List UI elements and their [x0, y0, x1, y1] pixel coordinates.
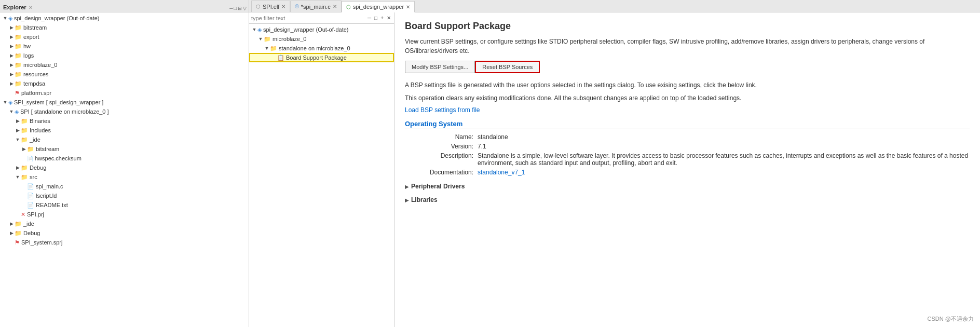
- tree-arrow-includes: ▶: [15, 128, 21, 133]
- peripheral-drivers-header[interactable]: ▶ Peripheral Drivers: [405, 181, 970, 192]
- tree-label-spi-system: SPI_system [ spi_design_wrapper ]: [14, 99, 103, 105]
- tree-item-binaries[interactable]: ▶ 📁 Binaries: [0, 116, 249, 126]
- tree-arrow-bitstream: ▶: [8, 25, 15, 30]
- tab-spi-elf-close[interactable]: ✕: [281, 4, 285, 9]
- tree-arrow-ide2: ▶: [8, 221, 15, 226]
- tree-label-readme: README.txt: [36, 202, 68, 208]
- reset-bsp-sources-button[interactable]: Reset BSP Sources: [475, 61, 540, 73]
- tree-item-ide[interactable]: ▼ 📁 _ide: [0, 135, 249, 144]
- os-documentation-label: Documentation:: [405, 169, 478, 176]
- main-layout: ▼ ◈ spi_design_wrapper (Out-of-date) ▶ 📁…: [0, 12, 980, 327]
- explorer-maximize-btn[interactable]: □: [234, 6, 237, 11]
- tree-item-spi-main-c[interactable]: ▶ 📄 spi_main.c: [0, 182, 249, 191]
- tree-item-debug[interactable]: ▶ 📁 Debug: [0, 163, 249, 172]
- bsp-buttons-container: Modify BSP Settings... Reset BSP Sources: [405, 61, 970, 73]
- tree-item-includes[interactable]: ▶ 📁 Includes: [0, 126, 249, 135]
- libraries-arrow: ▶: [405, 197, 409, 203]
- libraries-section: ▶ Libraries: [405, 195, 970, 205]
- explorer-tab-icon: ✕: [29, 5, 33, 12]
- tree-arrow-logs: ▶: [8, 53, 15, 58]
- tree-item-bitstream[interactable]: ▶ 📁 bitstream: [0, 23, 249, 32]
- tree-item-src[interactable]: ▼ 📁 src: [0, 172, 249, 182]
- bsp-tree-item-bsp[interactable]: ▶ 📋 Board Support Package: [249, 53, 394, 62]
- tree-item-spi-prj[interactable]: ▶ ✕ SPI.prj: [0, 210, 249, 219]
- tab-bsp[interactable]: ⬡ spi_design_wrapper ✕: [342, 1, 415, 12]
- bsp-project-icon: ◈: [257, 26, 262, 33]
- peripheral-drivers-section: ▶ Peripheral Drivers: [405, 181, 970, 192]
- tree-item-tempdsa[interactable]: ▶ 📁 tempdsa: [0, 79, 249, 88]
- tree-item-hw[interactable]: ▶ 📁 hw: [0, 42, 249, 51]
- tree-label-platform-spr: platform.spr: [21, 90, 51, 96]
- tree-item-microblaze[interactable]: ▶ 📁 microblaze_0: [0, 60, 249, 70]
- filter-maximize-btn[interactable]: □: [373, 15, 378, 21]
- os-documentation-link[interactable]: standalone_v7_1: [478, 169, 970, 176]
- filter-close-btn[interactable]: ✕: [386, 15, 392, 21]
- bsp-tree-arrow-microblaze: ▼: [257, 36, 264, 42]
- load-bsp-settings-link[interactable]: Load BSP settings from file: [405, 106, 480, 114]
- tab-spi-main-c[interactable]: © *spi_main.c ✕: [290, 1, 341, 12]
- tree-item-ide2[interactable]: ▶ 📁 _ide: [0, 219, 249, 228]
- folder-icon-ide-bitstream: 📁: [27, 146, 34, 153]
- tree-arrow-debug: ▶: [15, 165, 21, 170]
- bsp-info-text-1: A BSP settings file is generated with th…: [405, 80, 970, 90]
- file-icon-hwspec: 📄: [27, 156, 33, 161]
- tree-item-hwspec[interactable]: ▶ 📄 hwspec.checksum: [0, 154, 249, 163]
- tree-item-spi-design-wrapper[interactable]: ▼ ◈ spi_design_wrapper (Out-of-date): [0, 13, 249, 23]
- peripheral-drivers-arrow: ▶: [405, 184, 409, 189]
- tree-item-spi-system[interactable]: ▼ ◈ SPI_system [ spi_design_wrapper ]: [0, 98, 249, 107]
- tab-bsp-close[interactable]: ✕: [406, 4, 410, 10]
- filter-minimize-btn[interactable]: ─: [366, 15, 372, 21]
- tree-label-ide2: _ide: [23, 221, 34, 227]
- folder-icon-debug2: 📁: [15, 230, 22, 237]
- folder-icon-binaries: 📁: [21, 118, 28, 125]
- tab-spi-main-c-close[interactable]: ✕: [333, 4, 337, 9]
- tree-item-spi-system-sprj[interactable]: ▶ ⚑ SPI_system.sprj: [0, 238, 249, 247]
- bsp-tree-label-standalone: standalone on microblaze_0: [279, 45, 350, 51]
- modify-bsp-settings-button[interactable]: Modify BSP Settings...: [405, 61, 475, 73]
- os-name-value: standalone: [478, 133, 970, 141]
- os-description-value: Standalone is a simple, low-level softwa…: [478, 152, 970, 167]
- tree-item-spi[interactable]: ▼ ◈ SPI [ standalone on microblaze_0 ]: [0, 107, 249, 116]
- explorer-close-btn[interactable]: ▽: [243, 6, 247, 11]
- file-icon-lscript: 📄: [27, 193, 34, 199]
- explorer-minimize-btn[interactable]: ─: [229, 6, 233, 11]
- bsp-tree-item-standalone[interactable]: ▼ 📁 standalone on microblaze_0: [249, 44, 394, 53]
- tree-arrow-tempdsa: ▶: [8, 81, 15, 86]
- explorer-tree: ▼ ◈ spi_design_wrapper (Out-of-date) ▶ 📁…: [0, 12, 249, 327]
- tree-label-ide: _ide: [30, 137, 40, 143]
- bsp-tree-label-spi-design-wrapper: spi_design_wrapper (Out-of-date): [263, 26, 348, 33]
- filter-add-btn[interactable]: +: [379, 15, 385, 21]
- bsp-tree-item-spi-design-wrapper[interactable]: ▼ ◈ spi_design_wrapper (Out-of-date): [249, 25, 394, 34]
- folder-icon-src: 📁: [21, 174, 28, 181]
- explorer-tab-label: Explorer: [3, 4, 26, 12]
- tree-item-readme[interactable]: ▶ 📄 README.txt: [0, 200, 249, 210]
- folder-icon-ide2: 📁: [15, 221, 22, 227]
- project-icon-spi-system: ◈: [8, 99, 12, 106]
- tree-item-export[interactable]: ▶ 📁 export: [0, 32, 249, 42]
- tree-arrow-debug2: ▶: [8, 230, 15, 236]
- tree-label-ide-bitstream: bitstream: [36, 146, 59, 152]
- tree-label-hw: hw: [23, 43, 31, 49]
- tree-item-lscript[interactable]: ▶ 📄 lscript.ld: [0, 191, 249, 200]
- peripheral-drivers-title: Peripheral Drivers: [411, 183, 465, 190]
- tree-label-spi-design-wrapper: spi_design_wrapper (Out-of-date): [14, 15, 99, 21]
- tree-item-logs[interactable]: ▶ 📁 logs: [0, 51, 249, 60]
- explorer-layout-btn[interactable]: ⊟: [238, 6, 242, 11]
- bsp-file-icon: 📋: [277, 55, 284, 61]
- bsp-tree: ▼ ◈ spi_design_wrapper (Out-of-date) ▼ 📁…: [249, 24, 394, 327]
- tab-spi-elf[interactable]: ⬡ SPI.elf ✕: [251, 1, 290, 12]
- tab-bsp-label: spi_design_wrapper: [353, 4, 404, 10]
- tree-label-spi-main-c: spi_main.c: [36, 183, 63, 189]
- tree-arrow-spi-design-wrapper: ▼: [2, 16, 8, 21]
- libraries-header[interactable]: ▶ Libraries: [405, 195, 970, 205]
- bsp-tree-item-microblaze[interactable]: ▼ 📁 microblaze_0: [249, 34, 394, 44]
- tree-item-debug2[interactable]: ▶ 📁 Debug: [0, 228, 249, 238]
- tab-spi-main-c-label: *spi_main.c: [301, 4, 331, 10]
- tree-item-resources[interactable]: ▶ 📁 resources: [0, 70, 249, 79]
- bsp-tree-arrow-standalone: ▼: [264, 46, 270, 51]
- tree-label-spi-prj: SPI.prj: [27, 211, 44, 217]
- tree-item-ide-bitstream[interactable]: ▶ 📁 bitstream: [0, 144, 249, 154]
- filter-input[interactable]: [251, 15, 365, 21]
- tree-item-platform-spr[interactable]: ▶ ⚑ platform.spr: [0, 88, 249, 98]
- tab-bar: Explorer ✕ ─ □ ⊟ ▽ ⬡ SPI.elf ✕ © *spi_ma…: [0, 0, 980, 12]
